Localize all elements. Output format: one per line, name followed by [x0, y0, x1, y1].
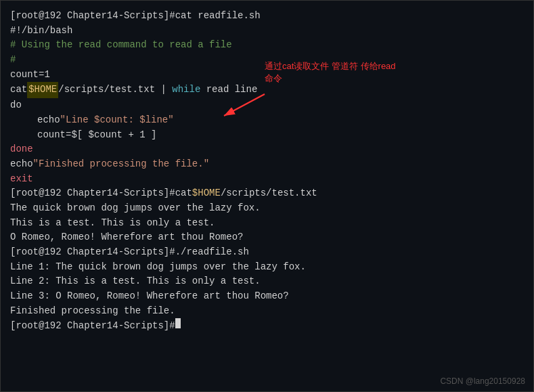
- home-var: $HOME: [27, 82, 58, 98]
- terminal-cursor: [175, 318, 181, 328]
- line-17: [root@192 Chapter14-Scripts]# ./readfile…: [10, 245, 524, 260]
- output-1: Line 1: The quick brown dog jumps over t…: [10, 260, 306, 275]
- line-16: O Romeo, Romeo! Wherefore art thou Romeo…: [10, 230, 524, 245]
- line-12: exit: [10, 172, 524, 187]
- svg-line-1: [224, 94, 265, 116]
- line-3: # Using the read command to read a file: [10, 38, 524, 53]
- line-10: done: [10, 142, 524, 157]
- output-3: Line 3: O Romeo, Romeo! Wherefore art th…: [10, 289, 289, 304]
- count-assign: count=1: [10, 68, 50, 83]
- line-21: Finished processing the file.: [10, 304, 524, 319]
- home-var-2: $HOME: [192, 186, 221, 201]
- line-11: echo "Finished processing the file.": [10, 157, 524, 172]
- echo-string: "Line $count: $line": [60, 113, 174, 128]
- file-line-3: O Romeo, Romeo! Wherefore art thou Romeo…: [10, 230, 243, 245]
- path-part-2: /scripts/test.txt: [221, 186, 317, 201]
- line-14: The quick brown dog jumps over the lazy …: [10, 201, 524, 216]
- line-19: Line 2: This is a test. This is only a t…: [10, 274, 524, 289]
- annotation-text: 通过cat读取文件 管道符 传给read命令: [265, 60, 400, 85]
- line-18: Line 1: The quick brown dog jumps over t…: [10, 260, 524, 275]
- output-finished: Finished processing the file.: [10, 304, 175, 319]
- prompt-1: [root@192 Chapter14-Scripts]#: [10, 9, 175, 24]
- terminal-window: [root@192 Chapter14-Scripts]# cat readfi…: [0, 0, 534, 392]
- do-keyword: do: [10, 98, 22, 113]
- annotation-arrow: [210, 87, 292, 121]
- run-cmd: ./readfile.sh: [175, 245, 249, 260]
- line-1: [root@192 Chapter14-Scripts]# cat readfi…: [10, 9, 524, 24]
- cat-cmd: cat: [10, 83, 27, 97]
- comment-1: # Using the read command to read a file: [10, 38, 232, 53]
- output-2: Line 2: This is a test. This is only a t…: [10, 274, 261, 289]
- while-keyword: while: [172, 83, 200, 97]
- line-9: count=$[ $count + 1 ]: [10, 128, 524, 143]
- prompt-3: [root@192 Chapter14-Scripts]#: [10, 245, 175, 260]
- cat-cmd-2: cat: [175, 186, 192, 201]
- echo-finished-str: "Finished processing the file.": [33, 157, 209, 172]
- file-line-2: This is a test. This is only a test.: [10, 216, 215, 231]
- watermark: CSDN @lang20150928: [440, 376, 525, 386]
- line-13: [root@192 Chapter14-Scripts]# cat $HOME …: [10, 186, 524, 201]
- line-2: #!/bin/bash: [10, 24, 524, 39]
- done-keyword: done: [10, 142, 33, 157]
- echo-finished: echo: [10, 157, 33, 172]
- pipe-sym: |: [155, 83, 172, 97]
- cmd-1: cat readfile.sh: [175, 9, 261, 24]
- prompt-final: [root@192 Chapter14-Scripts]#: [10, 319, 175, 334]
- line-20: Line 3: O Romeo, Romeo! Wherefore art th…: [10, 289, 524, 304]
- comment-2: #: [10, 53, 16, 68]
- file-line-1: The quick brown dog jumps over the lazy …: [10, 201, 261, 216]
- echo-cmd: echo: [37, 113, 60, 128]
- prompt-2: [root@192 Chapter14-Scripts]#: [10, 186, 175, 201]
- line-15: This is a test. This is only a test.: [10, 216, 524, 231]
- shebang: #!/bin/bash: [10, 24, 72, 39]
- count-increment: count=$[ $count + 1 ]: [37, 128, 156, 143]
- line-22: [root@192 Chapter14-Scripts]#: [10, 318, 524, 334]
- path-part: /scripts/test.txt: [58, 83, 155, 97]
- exit-keyword: exit: [10, 172, 33, 187]
